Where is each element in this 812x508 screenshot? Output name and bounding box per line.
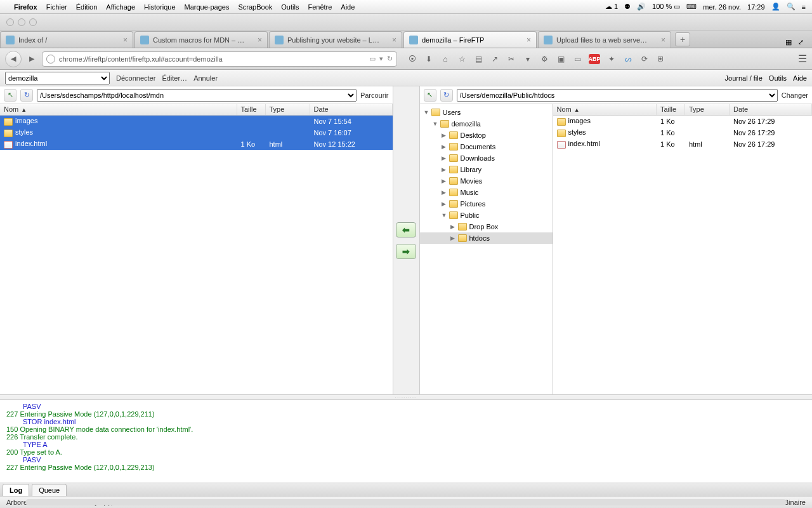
menu-historique[interactable]: Historique	[144, 3, 176, 11]
tab-groups-icon[interactable]: ▦	[785, 38, 794, 46]
reader-icon[interactable]: ▭	[369, 55, 376, 63]
sync-icon[interactable]: ⟳	[639, 54, 650, 64]
tree-node[interactable]: ▼ demozilla	[420, 118, 553, 130]
list-item[interactable]: styles Nov 7 16:07	[0, 127, 393, 138]
tree-node[interactable]: ▼ Users	[420, 107, 553, 118]
remote-up-button[interactable]: ↖	[424, 89, 436, 102]
downloads-icon[interactable]: ⬇	[424, 54, 434, 64]
tree-node[interactable]: ▶ Library	[420, 164, 553, 175]
close-tab-icon[interactable]: ×	[392, 36, 396, 44]
list-item[interactable]: index.html 1 KohtmlNov 26 17:29	[553, 138, 813, 150]
list-item[interactable]: images 1 KoNov 26 17:29	[553, 116, 813, 127]
disclosure-icon[interactable]: ▶	[450, 224, 457, 230]
volume-icon[interactable]: 🔊	[637, 3, 646, 11]
battery-status[interactable]: 100 % ▭	[652, 3, 680, 11]
menu-fichier[interactable]: Fichier	[46, 3, 67, 11]
cancel-link[interactable]: Annuler	[193, 74, 218, 82]
fireftp-icon[interactable]: ᔕ	[623, 54, 633, 64]
tree-node[interactable]: ▶ Desktop	[420, 130, 553, 141]
tree-node[interactable]: ▶ htdocs	[420, 232, 553, 244]
browse-button[interactable]: Parcourir	[360, 91, 389, 99]
reload-icon[interactable]: ↻	[387, 55, 393, 63]
star-icon[interactable]: ☆	[457, 54, 467, 64]
local-refresh-button[interactable]: ↻	[20, 89, 33, 102]
list-item[interactable]: images Nov 7 15:54	[0, 116, 393, 127]
disclosure-icon[interactable]: ▼	[433, 121, 439, 127]
local-up-button[interactable]: ↖	[4, 89, 16, 102]
change-button[interactable]: Changer	[782, 91, 808, 99]
remote-refresh-button[interactable]: ↻	[440, 89, 453, 102]
back-button[interactable]: ◀	[5, 51, 22, 67]
book-icon[interactable]: ▭	[572, 54, 582, 64]
close-window-button[interactable]	[6, 18, 14, 26]
tree-node[interactable]: ▶ Pictures	[420, 198, 553, 210]
shield-icon[interactable]: ⛨	[656, 54, 666, 64]
local-listview[interactable]: Nom▲ Taille Type Date images Nov 7 15:54…	[0, 104, 393, 394]
tab-queue[interactable]: Queue	[32, 484, 67, 496]
menubar-time[interactable]: 17:29	[747, 3, 765, 11]
disclosure-icon[interactable]: ▶	[442, 155, 448, 161]
edit-link[interactable]: Éditer…	[162, 74, 187, 82]
spotlight-icon[interactable]: 🔍	[787, 3, 796, 11]
tree-node[interactable]: ▶ Music	[420, 187, 553, 198]
menu-outils[interactable]: Outils	[281, 3, 299, 11]
disclosure-icon[interactable]: ▼	[424, 109, 430, 116]
list-item[interactable]: styles 1 KoNov 26 17:29	[553, 127, 813, 138]
input-icon[interactable]: ⌨	[686, 3, 697, 11]
pocket-icon[interactable]: ▾	[523, 54, 533, 64]
disclosure-icon[interactable]: ▶	[442, 132, 448, 138]
menu-fenêtre[interactable]: Fenêtre	[308, 3, 332, 11]
tools-link[interactable]: Outils	[769, 74, 787, 82]
download-button[interactable]: ⬅	[396, 222, 416, 237]
col-date[interactable]: Date	[310, 104, 393, 115]
browser-tab[interactable]: demozilla – FireFTP ×	[403, 31, 537, 48]
disconnect-link[interactable]: Déconnecter	[116, 74, 155, 82]
share-icon[interactable]: ↗	[490, 54, 500, 64]
disclosure-icon[interactable]: ▶	[442, 166, 448, 173]
menu-édition[interactable]: Édition	[76, 3, 98, 11]
menubar-date[interactable]: mer. 26 nov.	[703, 3, 741, 11]
splitter[interactable]: ••••••••••	[0, 395, 812, 400]
disclosure-icon[interactable]: ▶	[442, 144, 448, 150]
account-select[interactable]: demozilla	[5, 72, 110, 84]
cloud-icon[interactable]: ☁ 1	[605, 3, 618, 11]
col-name[interactable]: Nom▲	[553, 104, 657, 115]
disclosure-icon[interactable]: ▶	[442, 178, 448, 184]
rss-icon[interactable]: ⦿	[407, 54, 417, 64]
log-area[interactable]: PASV227 Entering Passive Mode (127,0,0,1…	[0, 400, 812, 483]
site-identity-icon[interactable]	[46, 55, 55, 64]
remote-listview[interactable]: Nom▲ Taille Type Date images 1 KoNov 26 …	[553, 104, 813, 394]
menu-scrapbook[interactable]: ScrapBook	[238, 3, 272, 11]
forward-button[interactable]: ▶	[25, 53, 38, 65]
menu-marque-pages[interactable]: Marque-pages	[185, 3, 230, 11]
remote-tree[interactable]: ▼ Users ▼ demozilla ▶ Desktop ▶ Document…	[420, 104, 553, 394]
zoom-window-button[interactable]	[29, 18, 37, 26]
col-size[interactable]: Taille	[237, 104, 266, 115]
menu-aide[interactable]: Aide	[341, 3, 355, 11]
local-path-select[interactable]: /Users/sdeschamps/httpd/localhost/mdn	[37, 89, 357, 102]
home-icon[interactable]: ⌂	[440, 54, 450, 64]
close-tab-icon[interactable]: ×	[661, 36, 665, 44]
browser-tab[interactable]: Upload files to a web serve… ×	[538, 31, 671, 48]
url-bar[interactable]: chrome://fireftp/content/fireftp.xul#acc…	[42, 51, 397, 67]
help-link[interactable]: Aide	[793, 74, 807, 82]
tree-node[interactable]: ▶ Movies	[420, 175, 553, 187]
tree-node[interactable]: ▼ Public	[420, 210, 553, 221]
upload-button[interactable]: ➡	[396, 244, 416, 259]
fullscreen-icon[interactable]: ⤢	[798, 38, 807, 46]
user-icon[interactable]: 👤	[771, 3, 780, 11]
disclosure-icon[interactable]: ▼	[442, 212, 448, 218]
col-name[interactable]: Nom▲	[0, 104, 237, 115]
clipboard-icon[interactable]: ▤	[473, 54, 483, 64]
disclosure-icon[interactable]: ▶	[450, 235, 457, 241]
notification-icon[interactable]: ≡	[802, 3, 806, 11]
puzzle-icon[interactable]: ✦	[606, 54, 617, 64]
browser-tab[interactable]: Publishing your website – L… ×	[269, 31, 402, 48]
close-tab-icon[interactable]: ×	[123, 36, 128, 44]
col-size[interactable]: Taille	[657, 104, 685, 115]
gear-icon[interactable]: ⚙	[539, 54, 549, 64]
tab-log[interactable]: Log	[3, 484, 29, 496]
tree-node[interactable]: ▶ Drop Box	[420, 221, 553, 232]
extension-icon[interactable]: ✂	[506, 54, 516, 64]
app-name[interactable]: Firefox	[14, 3, 37, 11]
